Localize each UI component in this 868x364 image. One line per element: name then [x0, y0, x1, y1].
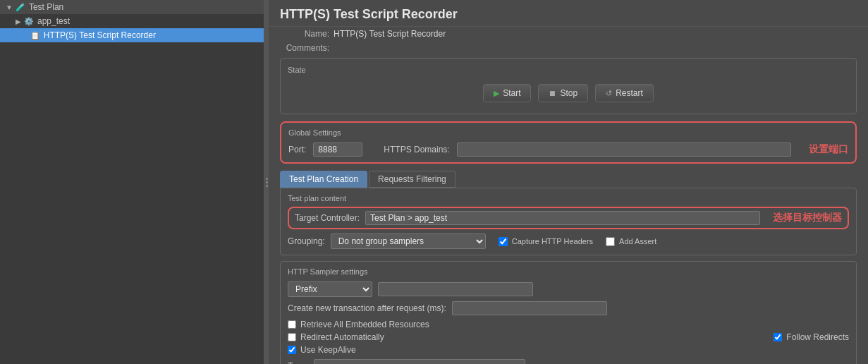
global-settings-section: Global Settings Port: HTTPS Domains: 设置端… [280, 121, 857, 164]
play-icon: ▶ [494, 89, 499, 98]
arrow-icon: ▶ [16, 18, 21, 25]
arrow-icon [25, 32, 27, 40]
stop-icon: ⏹ [549, 89, 556, 97]
port-annotation: 设置端口 [809, 143, 848, 156]
sidebar-item-apptest[interactable]: ▶ ⚙️ app_test [0, 14, 264, 28]
state-label: State [288, 66, 849, 74]
sidebar-item-testplan[interactable]: ▼ 🧪 Test Plan [0, 0, 264, 14]
name-row: Name: HTTP(S) Test Script Recorder [269, 27, 868, 41]
target-row: Target Controller: 选择目标控制器 [288, 207, 849, 229]
global-title: Global Settings [288, 128, 848, 137]
sidebar-item-label: Test Plan [29, 2, 63, 12]
test-plan-content-section: Test plan content Target Controller: 选择目… [280, 188, 857, 255]
sidebar: ▼ 🧪 Test Plan ▶ ⚙️ app_test 📋 HTTP(S) Te… [0, 0, 264, 364]
follow-redirects-group: Follow Redirects [774, 332, 849, 342]
https-input[interactable] [457, 142, 791, 157]
follow-checkbox[interactable] [774, 333, 782, 341]
grouping-select[interactable]: Do not group samplers [331, 233, 486, 249]
start-label: Start [503, 88, 520, 98]
retrieve-label: Retrieve All Embedded Resources [300, 320, 429, 329]
tab-label: Requests Filtering [378, 174, 446, 184]
checkboxes-section: Retrieve All Embedded Resources Redirect… [288, 320, 849, 355]
sidebar-item-recorder[interactable]: 📋 HTTP(S) Test Script Recorder [0, 28, 264, 42]
testplan-icon: 🧪 [16, 3, 25, 12]
restart-label: Restart [616, 88, 643, 98]
page-title: HTTP(S) Test Script Recorder [269, 0, 868, 27]
sampler-title: HTTP Sampler settings [288, 267, 849, 276]
capture-checkbox[interactable] [499, 237, 508, 246]
add-assert-checkbox[interactable] [606, 237, 615, 246]
drag-dot [266, 178, 268, 180]
restart-icon: ↺ [606, 89, 612, 98]
grouping-row: Grouping: Do not group samplers Capture … [288, 233, 849, 249]
start-button[interactable]: ▶ Start [483, 84, 531, 102]
prefix-select[interactable]: Prefix [288, 281, 372, 297]
stop-button[interactable]: ⏹ Stop [538, 84, 588, 102]
comments-label: Comments: [280, 43, 329, 53]
type-label: Type: [288, 361, 308, 364]
comments-row: Comments: [269, 41, 868, 55]
name-value: HTTP(S) Test Script Recorder [334, 29, 446, 39]
redirect-label: Redirect Automatically [300, 332, 384, 342]
sampler-prefix-row: Prefix [288, 281, 849, 297]
port-label: Port: [288, 145, 306, 154]
type-input[interactable] [314, 359, 525, 364]
sidebar-item-label: app_test [37, 16, 70, 26]
keepalive-checkbox[interactable] [288, 346, 296, 354]
state-buttons: ▶ Start ⏹ Stop ↺ Restart [288, 80, 849, 107]
retrieve-row: Retrieve All Embedded Resources [288, 320, 849, 329]
keepalive-row: Use KeepAlive [288, 345, 849, 355]
tab-testplancreation[interactable]: Test Plan Creation [280, 171, 367, 188]
tab-label: Test Plan Creation [289, 174, 358, 184]
create-transaction-row: Create new transaction after request (ms… [288, 301, 849, 315]
drag-dot [266, 181, 268, 183]
global-row: Port: HTTPS Domains: 设置端口 [288, 142, 848, 157]
sampler-prefix-input[interactable] [378, 282, 533, 296]
capture-label: Capture HTTP Headers [512, 237, 593, 245]
target-label: Target Controller: [295, 213, 360, 223]
drag-dot [266, 185, 268, 187]
state-section: State ▶ Start ⏹ Stop ↺ Restart [280, 58, 857, 114]
content-title: Test plan content [288, 194, 849, 202]
transaction-input[interactable] [452, 301, 607, 315]
restart-button[interactable]: ↺ Restart [595, 84, 654, 102]
keepalive-label: Use KeepAlive [300, 345, 356, 355]
name-label: Name: [280, 29, 329, 39]
tabs-row: Test Plan Creation Requests Filtering [280, 171, 857, 188]
arrow-icon: ▼ [6, 4, 13, 11]
apptest-icon: ⚙️ [24, 17, 34, 26]
sampler-section: HTTP Sampler settings Prefix Create new … [280, 261, 857, 364]
https-label: HTTPS Domains: [384, 145, 449, 154]
add-assert-checkbox-group: Add Assert [606, 237, 656, 246]
create-label: Create new transaction after request (ms… [288, 303, 446, 313]
main-content: HTTP(S) Test Script Recorder Name: HTTP(… [269, 0, 868, 364]
target-annotation: 选择目标控制器 [773, 212, 842, 224]
redirect-checkbox[interactable] [288, 333, 296, 341]
type-row: Type: [288, 359, 849, 364]
target-input[interactable] [365, 211, 760, 225]
stop-label: Stop [560, 88, 577, 98]
retrieve-checkbox[interactable] [288, 320, 296, 329]
add-assert-label: Add Assert [619, 237, 656, 245]
grouping-label: Grouping: [288, 236, 325, 246]
redirect-row: Redirect Automatically Follow Redirects [288, 332, 849, 342]
capture-checkbox-group: Capture HTTP Headers [499, 237, 593, 246]
port-input[interactable] [313, 142, 362, 157]
tab-requestsfiltering[interactable]: Requests Filtering [369, 171, 456, 188]
follow-label: Follow Redirects [786, 332, 849, 342]
sidebar-item-label: HTTP(S) Test Script Recorder [44, 30, 156, 40]
recorder-icon: 📋 [30, 31, 40, 40]
